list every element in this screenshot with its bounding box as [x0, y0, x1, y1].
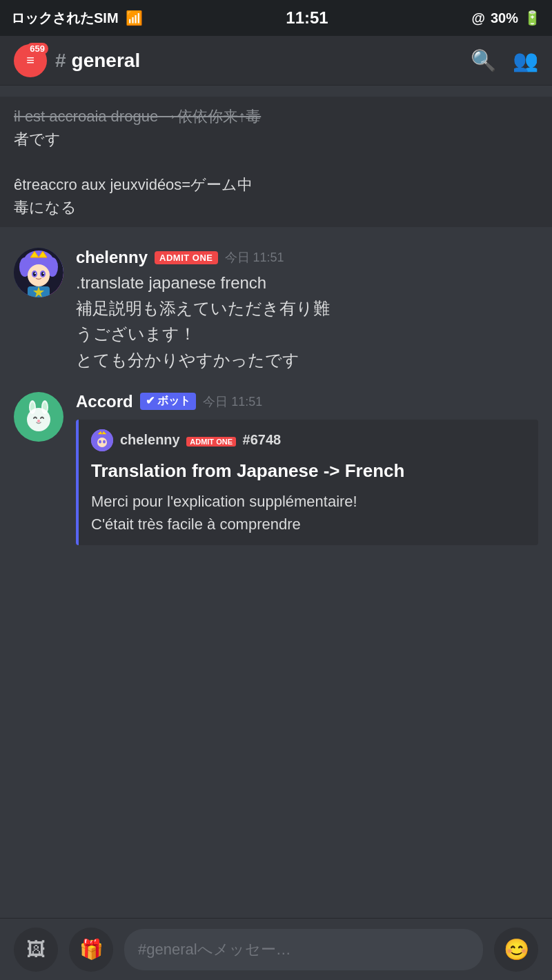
chelenny-badge: ADMIT ONE: [155, 251, 217, 264]
quoted-line1: il est accroaia drogue →依依你来↑毒: [14, 108, 261, 125]
channel-header: ≡ 659 # general 🔍 👥: [0, 36, 552, 86]
embed-avatar-svg: [91, 429, 113, 451]
clock: 11:51: [286, 8, 328, 28]
chelenny-text-line2: 補足説明も添えていただき有り難: [76, 299, 330, 317]
status-left: ロックされたSIM 📶: [11, 9, 143, 28]
embed-author-avatar: [91, 429, 113, 451]
image-button[interactable]: 🖼: [14, 928, 58, 972]
quoted-line3: êtreaccro aux jeuxvidéos=ゲーム中: [14, 176, 253, 193]
svg-point-22: [97, 438, 107, 447]
accord-timestamp: 今日 11:51: [203, 393, 262, 410]
embed-description: Merci pour l'explication supplémentaire!…: [91, 490, 526, 536]
status-right: @ 30% 🔋: [471, 10, 541, 26]
quoted-message-block: il est accroaia drogue →依依你来↑毒 者です êtrea…: [0, 97, 552, 227]
bottom-bar: 🖼 🎁 #generalへメッセー… 😊: [0, 918, 552, 980]
accord-embed: chelenny ADMIT ONE #6748 Translation fro…: [76, 420, 538, 545]
gift-icon: 🎁: [79, 938, 103, 961]
embed-author-row: chelenny ADMIT ONE #6748: [91, 429, 526, 451]
embed-desc-line1: Merci pour l'explication supplémentaire!: [91, 493, 357, 510]
accord-avatar-svg: [21, 399, 57, 435]
accord-message-header: Accord ✔ ボット 今日 11:51: [76, 392, 538, 411]
svg-point-19: [37, 420, 40, 422]
avatar-accord: [14, 392, 63, 442]
search-icon[interactable]: 🔍: [471, 48, 496, 72]
chelenny-username: chelenny: [76, 248, 148, 267]
quoted-text: il est accroaia drogue →依依你来↑毒 者です êtrea…: [14, 105, 538, 219]
accord-username: Accord: [76, 392, 133, 411]
chelenny-text-line4: とても分かりやすかったです: [76, 351, 299, 369]
message-input[interactable]: #generalへメッセー…: [124, 929, 483, 970]
battery-icon: 🔋: [524, 10, 541, 26]
accord-bot-badge: ✔ ボット: [140, 393, 196, 410]
chelenny-message-body: chelenny ADMIT ONE 今日 11:51 .translate j…: [76, 248, 538, 373]
svg-point-11: [43, 273, 44, 274]
embed-author-tag: #6748: [243, 432, 282, 447]
embed-title: Translation from Japanese -> French: [91, 458, 526, 483]
battery-label: 30%: [491, 10, 518, 26]
emoji-button[interactable]: 😊: [494, 928, 538, 972]
screen-time-icon: @: [471, 10, 485, 26]
message-accord: Accord ✔ ボット 今日 11:51: [0, 385, 552, 552]
embed-author-badge: ADMIT ONE: [186, 437, 236, 447]
svg-point-24: [103, 440, 106, 443]
carrier-label: ロックされたSIM: [11, 9, 119, 28]
embed-desc-line2: C'était très facile à comprendre: [91, 516, 301, 533]
svg-point-8: [33, 272, 36, 276]
chat-area: il est accroaia drogue →依依你来↑毒 者です êtrea…: [0, 86, 552, 918]
notification-badge: 659: [26, 43, 48, 55]
chelenny-text-line3: うございます！: [76, 324, 196, 343]
wifi-icon: 📶: [126, 10, 143, 26]
hash-icon: #: [55, 50, 66, 72]
chelenny-timestamp: 今日 11:51: [225, 249, 284, 266]
chelenny-text: .translate japanese french 補足説明も添えていただき有…: [76, 270, 538, 373]
status-bar: ロックされたSIM 📶 11:51 @ 30% 🔋: [0, 0, 552, 36]
header-left: ≡ 659 # general: [14, 44, 471, 77]
quoted-line4: 毒になる: [14, 199, 77, 216]
chelenny-message-header: chelenny ADMIT ONE 今日 11:51: [76, 248, 538, 267]
menu-button[interactable]: ≡ 659: [14, 44, 47, 77]
chelenny-avatar-svg: [14, 248, 63, 297]
quoted-line2: 者です: [14, 130, 61, 148]
svg-point-10: [34, 273, 36, 274]
message-chelenny: chelenny ADMIT ONE 今日 11:51 .translate j…: [0, 241, 552, 380]
channel-name-label: general: [72, 50, 141, 72]
svg-point-23: [99, 440, 101, 443]
emoji-icon: 😊: [504, 937, 529, 961]
avatar-chelenny: [14, 248, 63, 297]
gift-button[interactable]: 🎁: [69, 928, 113, 972]
chelenny-text-line1: .translate japanese french: [76, 273, 266, 292]
members-icon[interactable]: 👥: [513, 48, 538, 72]
embed-author-name: chelenny ADMIT ONE #6748: [120, 432, 281, 448]
svg-point-9: [41, 272, 44, 276]
accord-message-body: Accord ✔ ボット 今日 11:51: [76, 392, 538, 545]
input-placeholder: #generalへメッセー…: [138, 939, 291, 960]
hamburger-icon: ≡: [26, 52, 34, 68]
svg-point-5: [28, 264, 50, 286]
header-icons: 🔍 👥: [471, 48, 538, 72]
channel-title: # general: [55, 50, 140, 72]
image-icon: 🖼: [26, 938, 46, 961]
